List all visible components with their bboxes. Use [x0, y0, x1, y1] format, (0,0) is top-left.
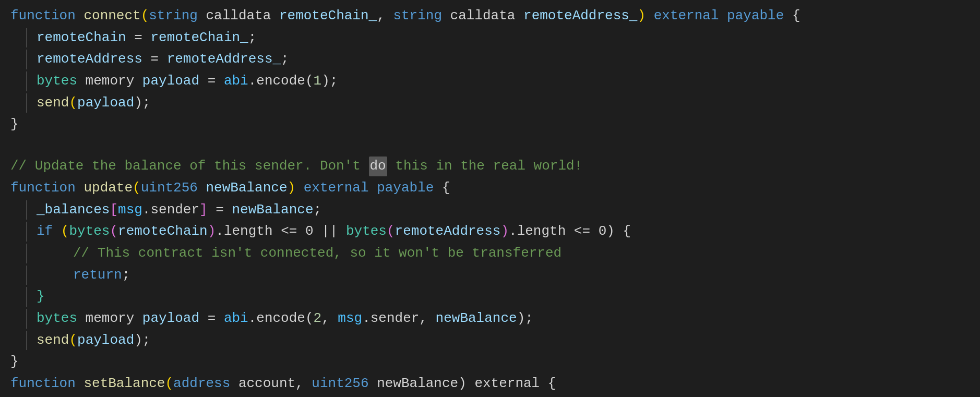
code-line-line13: return;	[0, 264, 980, 286]
line-content: remoteChain = remoteChain_;	[37, 28, 256, 48]
indent-border	[26, 50, 27, 69]
code-line-line14: }	[0, 286, 980, 308]
indent-border	[26, 93, 27, 113]
code-line-line2: remoteChain = remoteChain_;	[0, 27, 980, 49]
code-line-line6: }	[0, 114, 980, 136]
indent-border	[26, 266, 27, 285]
code-line-line3: remoteAddress = remoteAddress_;	[0, 49, 980, 70]
code-line-line7	[0, 136, 980, 155]
code-line-line8: // Update the balance of this sender. Do…	[0, 155, 980, 177]
indent-border	[26, 309, 27, 329]
line-content: }	[37, 287, 45, 307]
code-line-line16: send(payload);	[0, 330, 980, 352]
indent-border	[26, 200, 27, 220]
line-content: send(payload);	[37, 93, 150, 113]
line-content: bytes memory payload = abi.encode(1);	[37, 71, 338, 91]
line-content: // This contract isn't connected, so it …	[37, 244, 561, 263]
line-content: _balances[msg.sender] = newBalance;	[37, 200, 321, 220]
code-line-line15: bytes memory payload = abi.encode(2, msg…	[0, 308, 980, 330]
indent-border	[26, 287, 27, 307]
code-line-line5: send(payload);	[0, 92, 980, 114]
code-line-line11: if (bytes(remoteChain).length <= 0 || by…	[0, 221, 980, 243]
indent-border	[26, 244, 27, 263]
line-content: if (bytes(remoteChain).length <= 0 || by…	[37, 222, 631, 242]
code-line-line10: _balances[msg.sender] = newBalance;	[0, 199, 980, 221]
indent-border	[26, 331, 27, 351]
code-line-line17: }	[0, 351, 980, 373]
line-content: remoteAddress = remoteAddress_;	[37, 50, 289, 69]
code-line-line4: bytes memory payload = abi.encode(1);	[0, 70, 980, 92]
line-content: send(payload);	[37, 331, 150, 351]
code-line-line9: function update(uint256 newBalance) exte…	[0, 177, 980, 199]
code-line-line18: function setBalance(address account, uin…	[0, 373, 980, 395]
code-line-line12: // This contract isn't connected, so it …	[0, 243, 980, 264]
indent-border	[26, 71, 27, 91]
indent-border	[26, 222, 27, 242]
line-content: bytes memory payload = abi.encode(2, msg…	[37, 309, 533, 329]
code-editor: function connect(string calldata remoteC…	[0, 0, 980, 397]
line-content: return;	[37, 266, 130, 285]
code-line-line1: function connect(string calldata remoteC…	[0, 5, 980, 27]
indent-border	[26, 28, 27, 48]
